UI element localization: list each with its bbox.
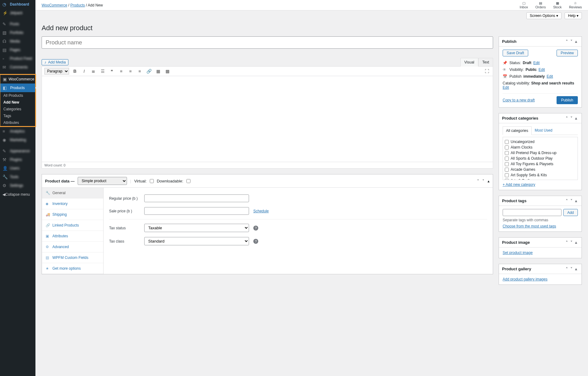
regular-price-input[interactable]: [144, 194, 249, 202]
triangle-up-icon[interactable]: ▴: [574, 39, 578, 44]
triangle-up-icon[interactable]: ▴: [488, 179, 490, 183]
category-checkbox[interactable]: [505, 151, 509, 155]
preview-button[interactable]: Preview: [557, 50, 578, 56]
sidebar-item[interactable]: ▤Pages: [0, 46, 35, 54]
sidebar-item[interactable]: ◉Marketing: [0, 136, 35, 144]
sidebar-sub-all-products[interactable]: All Products: [0, 92, 35, 99]
chevron-up-icon[interactable]: ˄: [565, 39, 569, 44]
edit-status-link[interactable]: Edit: [533, 61, 540, 65]
sidebar-item[interactable]: ☊Media: [0, 37, 35, 46]
topbar-reviews[interactable]: ☆Reviews: [569, 1, 582, 9]
chevron-down-icon[interactable]: ˅: [569, 39, 574, 44]
more-icon[interactable]: ▦: [155, 68, 161, 75]
triangle-up-icon[interactable]: ▴: [574, 267, 578, 271]
pdata-tab-wpfm[interactable]: ▤WPFM Custom Fields: [42, 252, 103, 263]
edit-catalog-link[interactable]: Edit: [503, 85, 509, 90]
chevron-up-icon[interactable]: ˄: [477, 179, 479, 183]
bold-icon[interactable]: B: [71, 68, 78, 75]
chevron-down-icon[interactable]: ˅: [569, 116, 574, 121]
pdata-tab-linked[interactable]: 🔗Linked Products: [42, 220, 103, 231]
topbar-orders[interactable]: ▤Orders: [535, 1, 546, 9]
pdata-tab-attributes[interactable]: ▣Attributes: [42, 231, 103, 242]
sidebar-item-dashboard[interactable]: ◔ Dashboard: [0, 0, 35, 9]
category-checkbox[interactable]: [505, 173, 509, 177]
product-type-select[interactable]: Simple product: [78, 177, 127, 185]
tax-status-select[interactable]: Taxable: [144, 224, 249, 232]
sidebar-item[interactable]: ✎Appearance: [0, 147, 35, 155]
editor-tab-text[interactable]: Text: [478, 58, 493, 66]
edit-publish-link[interactable]: Edit: [547, 74, 553, 79]
triangle-up-icon[interactable]: ▴: [574, 240, 578, 245]
category-checkbox[interactable]: [505, 140, 509, 144]
sidebar-item[interactable]: ✉Comments: [0, 63, 35, 72]
cat-tab-all[interactable]: All categories: [503, 126, 532, 135]
chevron-up-icon[interactable]: ˄: [565, 116, 569, 121]
collapse-menu[interactable]: ◀ Collapse menu: [0, 190, 35, 199]
sidebar-item[interactable]: 🔧Tools: [0, 173, 35, 181]
triangle-up-icon[interactable]: ▴: [574, 198, 578, 203]
help-icon[interactable]: ?: [253, 226, 258, 231]
link-icon[interactable]: 🔗: [145, 68, 152, 75]
bullet-list-icon[interactable]: ≣: [90, 68, 97, 75]
category-checkbox[interactable]: [505, 157, 509, 161]
pdata-tab-more[interactable]: ★Get more options: [42, 263, 103, 274]
category-checkbox[interactable]: [505, 168, 509, 172]
breadcrumb-link[interactable]: Products: [70, 3, 85, 7]
sidebar-item[interactable]: ⚒Plugins: [0, 155, 35, 164]
chevron-up-icon[interactable]: ˄: [565, 267, 569, 271]
topbar-stock[interactable]: ▦Stock: [553, 1, 562, 9]
sidebar-item[interactable]: ⚡Jetpack: [0, 9, 35, 17]
align-left-icon[interactable]: ≡: [118, 68, 125, 75]
sidebar-item[interactable]: ⚙Settings: [0, 181, 35, 190]
sidebar-sub-add-new[interactable]: Add New: [0, 99, 35, 106]
sidebar-sub-categories[interactable]: Categories: [0, 106, 35, 112]
category-checkbox[interactable]: [505, 162, 509, 166]
category-list[interactable]: Uncategorized Alarm Clocks All Pretend P…: [503, 137, 578, 180]
sidebar-item-woocommerce[interactable]: ▣ WooCommerce: [0, 75, 35, 84]
schedule-link[interactable]: Schedule: [253, 209, 269, 213]
virtual-checkbox[interactable]: [150, 179, 154, 183]
choose-tags-link[interactable]: Choose from the most used tags: [503, 224, 556, 228]
chevron-down-icon[interactable]: ˅: [569, 240, 574, 245]
add-media-button[interactable]: ♪ Add Media: [42, 59, 68, 65]
toolbar-toggle-icon[interactable]: ▩: [164, 68, 171, 75]
screen-options-button[interactable]: Screen Options ▾: [526, 12, 561, 19]
chevron-down-icon[interactable]: ˅: [569, 267, 574, 271]
pdata-tab-shipping[interactable]: 🚚Shipping: [42, 209, 103, 220]
chevron-up-icon[interactable]: ˄: [565, 240, 569, 245]
publish-button[interactable]: Publish: [557, 96, 578, 104]
align-right-icon[interactable]: ≡: [136, 68, 143, 75]
help-icon[interactable]: ?: [253, 239, 258, 244]
paragraph-select[interactable]: Paragraph: [44, 68, 69, 75]
chevron-down-icon[interactable]: ˅: [569, 198, 574, 203]
pdata-tab-general[interactable]: 🔧General: [42, 188, 103, 198]
copy-draft-link[interactable]: Copy to a new draft: [503, 98, 535, 102]
breadcrumb-link[interactable]: WooCommerce: [42, 3, 67, 7]
help-button[interactable]: Help ▾: [565, 12, 582, 19]
downloadable-checkbox[interactable]: [186, 179, 190, 183]
sidebar-item[interactable]: ▧Portfolio: [0, 28, 35, 37]
pdata-tab-advanced[interactable]: ⚙Advanced: [42, 242, 103, 252]
sidebar-item[interactable]: 👤Users: [0, 164, 35, 173]
add-tag-button[interactable]: Add: [563, 209, 578, 216]
align-center-icon[interactable]: ≡: [127, 68, 134, 75]
set-image-link[interactable]: Set product image: [503, 251, 533, 255]
category-checkbox[interactable]: [505, 179, 509, 180]
category-checkbox[interactable]: [505, 145, 509, 149]
fullscreen-icon[interactable]: ⛶: [484, 68, 490, 75]
save-draft-button[interactable]: Save Draft: [503, 50, 528, 56]
sale-price-input[interactable]: [144, 207, 249, 215]
sidebar-item[interactable]: ✎Posts: [0, 20, 35, 28]
edit-visibility-link[interactable]: Edit: [538, 67, 545, 72]
sidebar-item[interactable]: ≡Analytics: [0, 127, 35, 136]
editor-body[interactable]: [42, 76, 493, 162]
italic-icon[interactable]: I: [81, 68, 88, 75]
chevron-up-icon[interactable]: ˄: [565, 198, 569, 203]
sidebar-sub-tags[interactable]: Tags: [0, 112, 35, 119]
add-category-link[interactable]: + Add new category: [503, 182, 535, 187]
tax-class-select[interactable]: Standard: [144, 237, 249, 245]
quote-icon[interactable]: ❝: [108, 68, 115, 75]
sidebar-item-products[interactable]: ◧ Products: [0, 84, 35, 92]
tag-input[interactable]: [503, 209, 561, 216]
cat-tab-used[interactable]: Most Used: [532, 126, 555, 135]
